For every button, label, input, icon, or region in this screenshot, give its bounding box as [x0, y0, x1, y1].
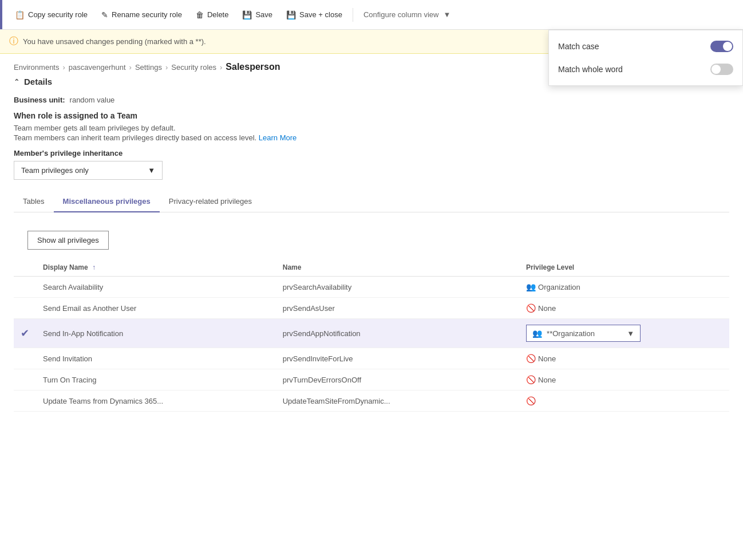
- save-close-button[interactable]: 💾 Save + close: [280, 7, 348, 23]
- check-icon: ✔: [21, 328, 29, 339]
- copy-security-role-button[interactable]: 📋 Copy security role: [9, 7, 93, 23]
- breadcrumb-sep-1: ›: [62, 63, 65, 72]
- breadcrumb-sep-3: ›: [165, 63, 168, 72]
- row-check-cell: [14, 391, 36, 412]
- sort-arrow-icon: ↑: [92, 263, 96, 271]
- row-privilege-level: 🚫: [519, 391, 729, 412]
- team-role-desc2: Team members can inherit team privileges…: [14, 133, 729, 142]
- col-check: [14, 259, 36, 277]
- save-button[interactable]: 💾 Save: [236, 7, 278, 23]
- match-case-row: Match case: [549, 35, 742, 58]
- row-internal-name: prvSendInviteForLive: [276, 348, 519, 369]
- chevron-down-icon: ▼: [148, 166, 155, 175]
- row-internal-name: prvSendAsUser: [276, 298, 519, 319]
- table-row[interactable]: Search AvailabilityprvSearchAvailability…: [14, 277, 729, 298]
- row-privilege-level: 🚫None: [519, 369, 729, 391]
- delete-button[interactable]: 🗑 Delete: [190, 7, 235, 23]
- row-internal-name: prvSearchAvailability: [276, 277, 519, 298]
- none-icon: 🚫: [526, 396, 536, 405]
- details-section: ⌃ Details Business unit: random value Wh…: [0, 77, 743, 180]
- none-icon: 🚫: [526, 354, 536, 363]
- match-whole-word-toggle[interactable]: [710, 64, 733, 75]
- match-case-toggle[interactable]: [710, 41, 733, 52]
- col-privilege-level[interactable]: Privilege Level: [519, 259, 729, 277]
- business-unit-value: random value: [70, 96, 115, 104]
- row-internal-name: prvSendAppNotification: [276, 319, 519, 348]
- table-header-row: Display Name ↑ Name Privilege Level: [14, 259, 729, 277]
- tab-miscellaneous-privileges[interactable]: Miscellaneous privileges: [54, 191, 160, 212]
- save-close-icon: 💾: [286, 10, 296, 19]
- row-privilege-level: 👥Organization: [519, 277, 729, 298]
- row-display-name: Update Teams from Dynamics 365...: [36, 391, 276, 412]
- learn-more-link[interactable]: Learn More: [259, 133, 297, 142]
- business-unit-label: Business unit:: [14, 96, 65, 104]
- match-case-toggle-knob: [723, 42, 732, 51]
- privileges-table-container: Display Name ↑ Name Privilege Level Sear…: [0, 259, 743, 412]
- tab-tables[interactable]: Tables: [14, 191, 54, 212]
- breadcrumb-settings[interactable]: Settings: [135, 63, 162, 72]
- col-display-name[interactable]: Display Name ↑: [36, 259, 276, 277]
- table-row[interactable]: Turn On TracingprvTurnDevErrorsOnOff🚫Non…: [14, 369, 729, 391]
- copy-icon: 📋: [15, 10, 25, 19]
- row-check-cell: [14, 277, 36, 298]
- info-icon: ⓘ: [9, 36, 18, 48]
- breadcrumb-security-roles[interactable]: Security roles: [171, 63, 216, 72]
- none-icon: 🚫: [526, 375, 536, 384]
- rename-security-role-button[interactable]: ✎ Rename security role: [96, 7, 188, 23]
- save-icon: 💾: [242, 10, 252, 19]
- team-role-desc1: Team member gets all team privileges by …: [14, 124, 729, 132]
- row-display-name: Send Invitation: [36, 348, 276, 369]
- table-row[interactable]: Update Teams from Dynamics 365...UpdateT…: [14, 391, 729, 412]
- privilege-inheritance-select[interactable]: Team privileges only ▼: [14, 161, 163, 180]
- row-check-cell: ✔: [14, 319, 36, 348]
- collapse-icon[interactable]: ⌃: [14, 78, 19, 86]
- chevron-down-icon: ▼: [627, 329, 634, 338]
- breadcrumb-environments[interactable]: Environments: [14, 63, 59, 72]
- search-options-dropdown: Match case Match whole word: [548, 30, 743, 86]
- show-all-container: Show all privileges: [0, 222, 743, 259]
- row-display-name: Send In-App Notification: [36, 319, 276, 348]
- row-check-cell: [14, 369, 36, 391]
- row-check-cell: [14, 348, 36, 369]
- breadcrumb-current: Salesperson: [226, 62, 280, 72]
- row-check-cell: [14, 298, 36, 319]
- privilege-level-dropdown[interactable]: 👥 **Organization ▼: [526, 325, 641, 342]
- configure-column-view-button[interactable]: Configure column view ▼: [358, 7, 456, 22]
- org-icon: 👥: [532, 329, 542, 338]
- business-unit-row: Business unit: random value: [14, 96, 729, 104]
- show-all-privileges-button[interactable]: Show all privileges: [27, 231, 109, 250]
- breadcrumb-sep-4: ›: [220, 63, 222, 72]
- table-row[interactable]: ✔Send In-App NotificationprvSendAppNotif…: [14, 319, 729, 348]
- row-internal-name: UpdateTeamSiteFromDynamic...: [276, 391, 519, 412]
- row-privilege-level[interactable]: 👥 **Organization ▼: [519, 319, 729, 348]
- table-row[interactable]: Send Email as Another UserprvSendAsUser🚫…: [14, 298, 729, 319]
- toolbar: 📋 Copy security role ✎ Rename security r…: [0, 0, 743, 30]
- chevron-down-icon: ▼: [443, 10, 450, 19]
- row-privilege-level: 🚫None: [519, 348, 729, 369]
- team-role-section: When role is assigned to a Team Team mem…: [14, 111, 729, 142]
- match-whole-word-toggle-knob: [712, 65, 721, 74]
- row-display-name: Turn On Tracing: [36, 369, 276, 391]
- org-icon: 👥: [526, 282, 536, 291]
- row-display-name: Search Availability: [36, 277, 276, 298]
- match-whole-word-row: Match whole word: [549, 58, 742, 81]
- toolbar-divider: [353, 8, 353, 22]
- team-role-title: When role is assigned to a Team: [14, 111, 729, 120]
- table-row[interactable]: Send InvitationprvSendInviteForLive🚫None: [14, 348, 729, 369]
- row-internal-name: prvTurnDevErrorsOnOff: [276, 369, 519, 391]
- tab-privacy-related-privileges[interactable]: Privacy-related privileges: [160, 191, 261, 212]
- none-icon: 🚫: [526, 303, 536, 313]
- delete-icon: 🗑: [196, 10, 204, 19]
- row-privilege-level: 🚫None: [519, 298, 729, 319]
- rename-icon: ✎: [101, 10, 108, 19]
- row-display-name: Send Email as Another User: [36, 298, 276, 319]
- breadcrumb-pascavengerhunt[interactable]: pascavengerhunt: [69, 63, 126, 72]
- col-name[interactable]: Name: [276, 259, 519, 277]
- privilege-inheritance-label: Member's privilege inheritance: [14, 149, 729, 157]
- tabs-container: Tables Miscellaneous privileges Privacy-…: [14, 191, 729, 212]
- privileges-table: Display Name ↑ Name Privilege Level Sear…: [14, 259, 729, 412]
- breadcrumb-sep-2: ›: [129, 63, 132, 72]
